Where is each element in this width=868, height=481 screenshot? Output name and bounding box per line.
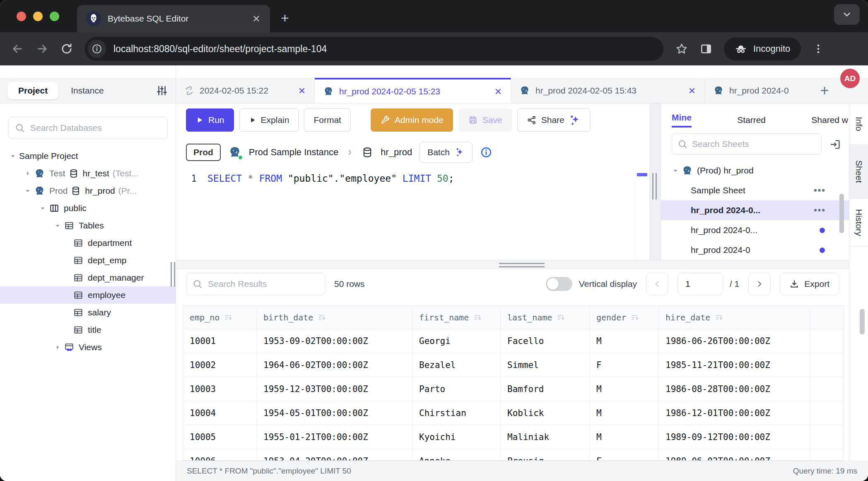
cell[interactable]: 10001: [183, 329, 257, 353]
cell[interactable]: 10004: [183, 401, 257, 425]
database-search[interactable]: [8, 117, 168, 139]
caret-down-icon[interactable]: [7, 152, 19, 160]
tree-item-project[interactable]: Sample Project: [0, 147, 176, 165]
caret-down-icon[interactable]: [669, 167, 682, 174]
editor-minimap[interactable]: [635, 169, 649, 260]
cell[interactable]: 1955-01-21T00:00:00Z: [257, 425, 412, 449]
sheet-tab-3[interactable]: hr_prod 2024-02-05 15:43: [511, 78, 705, 103]
sheet-group[interactable]: (Prod) hr_prod: [661, 161, 849, 180]
strip-tab-sheet[interactable]: Sheet: [849, 145, 868, 199]
cell[interactable]: Maliniak: [501, 425, 590, 449]
browser-new-tab-button[interactable]: +: [281, 11, 289, 25]
sheet-tab-1[interactable]: 2024-02-05 15:22: [176, 78, 315, 103]
tree-item-db-hr-test[interactable]: Test hr_test (Test...: [0, 165, 176, 182]
database-name[interactable]: hr_prod: [381, 147, 412, 158]
prev-page-button[interactable]: [646, 273, 668, 295]
tab-project[interactable]: Project: [7, 82, 58, 99]
sort-icon[interactable]: [630, 313, 639, 322]
user-avatar[interactable]: AD: [840, 69, 860, 88]
cell[interactable]: Chirstian: [412, 401, 501, 425]
column-header[interactable]: hire_date: [659, 306, 810, 329]
cell[interactable]: Preusig: [501, 449, 590, 461]
sheet-tab-4[interactable]: hr_prod 2024-0: [705, 78, 813, 103]
sort-icon[interactable]: [714, 313, 723, 322]
caret-down-icon[interactable]: [51, 222, 64, 229]
cell[interactable]: F: [590, 449, 659, 461]
strip-tab-info[interactable]: Info: [849, 103, 868, 145]
cell[interactable]: Simmel: [501, 353, 590, 377]
column-header[interactable]: emp_no: [183, 306, 257, 329]
table-row[interactable]: 10001 1953-09-02T00:00:00Z Georgi Facell…: [183, 329, 844, 353]
site-info-icon[interactable]: [88, 40, 106, 58]
sheet-item-menu-icon[interactable]: •••: [814, 185, 826, 196]
browser-menu-kebab-icon[interactable]: [813, 43, 824, 55]
search-results-input[interactable]: [208, 279, 319, 289]
tree-item-views-group[interactable]: Views: [0, 339, 176, 356]
export-button[interactable]: Export: [780, 273, 839, 295]
cell[interactable]: Anneke: [412, 449, 501, 461]
explain-button[interactable]: Explain: [239, 108, 299, 132]
table-scrollbar[interactable]: [860, 309, 865, 334]
column-header[interactable]: birth_date: [257, 306, 412, 329]
sheet-item-menu-icon[interactable]: •••: [814, 205, 826, 216]
sidebar-filter-sliders-icon[interactable]: [156, 84, 168, 97]
sheet-panel-scrollbar[interactable]: [839, 194, 844, 233]
cell[interactable]: 1964-06-02T00:00:00Z: [257, 353, 412, 377]
caret-right-icon[interactable]: [22, 170, 34, 177]
cell[interactable]: 10006: [183, 449, 257, 461]
cell[interactable]: 1986-12-01T00:00:00Z: [659, 401, 810, 425]
sheet-item[interactable]: hr_prod 2024-0...: [661, 220, 849, 240]
reload-icon[interactable]: [60, 43, 73, 55]
vertical-resize-handle[interactable]: [652, 173, 657, 200]
sheet-item[interactable]: Sample Sheet •••: [661, 180, 849, 200]
cell[interactable]: M: [590, 329, 659, 353]
address-bar[interactable]: localhost:8080/sql-editor/sheet/project-…: [84, 37, 663, 61]
tree-item-table-dept-emp[interactable]: dept_emp: [0, 252, 176, 269]
cell[interactable]: F: [590, 353, 659, 377]
sort-icon[interactable]: [224, 313, 233, 322]
next-page-button[interactable]: [748, 273, 771, 295]
tree-item-db-hr-prod[interactable]: Prod hr_prod (Pr...: [0, 182, 176, 200]
cell[interactable]: 1954-05-01T00:00:00Z: [257, 401, 412, 425]
sort-icon[interactable]: [556, 313, 565, 322]
tab-shared[interactable]: Shared w: [811, 115, 848, 125]
results-divider[interactable]: [176, 260, 849, 269]
window-controls[interactable]: [17, 12, 59, 21]
close-window-button[interactable]: [17, 12, 26, 21]
tree-item-table-title[interactable]: title: [0, 321, 176, 339]
horizontal-resize-handle[interactable]: [499, 263, 545, 269]
cell[interactable]: Georgi: [412, 329, 501, 353]
sidebar-resize-handle[interactable]: [171, 262, 175, 287]
cell[interactable]: Bamford: [501, 377, 590, 401]
tab-instance[interactable]: Instance: [60, 82, 114, 99]
sort-icon[interactable]: [473, 313, 482, 322]
cell[interactable]: Koblick: [501, 401, 590, 425]
sheet-search[interactable]: [672, 133, 822, 155]
column-header[interactable]: gender: [590, 306, 659, 329]
search-databases-input[interactable]: [30, 123, 162, 133]
sort-icon[interactable]: [317, 313, 326, 322]
page-number-input[interactable]: [678, 273, 723, 295]
tree-item-table-salary[interactable]: salary: [0, 304, 176, 321]
browser-tab[interactable]: Bytebase SQL Editor: [77, 5, 270, 32]
cell[interactable]: M: [590, 401, 659, 425]
cell[interactable]: 10002: [183, 353, 257, 377]
cell[interactable]: Facello: [501, 329, 590, 353]
tab-starred[interactable]: Starred: [737, 115, 766, 125]
run-button[interactable]: Run: [186, 108, 234, 132]
cell[interactable]: 1986-08-28T00:00:00Z: [659, 377, 810, 401]
cell[interactable]: Parto: [412, 377, 501, 401]
cell[interactable]: 1989-06-02T00:00:00Z: [659, 449, 810, 461]
cell[interactable]: 10003: [183, 377, 257, 401]
close-sheet-icon[interactable]: [298, 87, 306, 95]
search-sheets-input[interactable]: [692, 139, 816, 149]
cell[interactable]: M: [590, 425, 659, 449]
cell[interactable]: Bezalel: [412, 353, 501, 377]
sheet-item[interactable]: hr_prod 2024-0: [661, 240, 849, 260]
import-sheet-icon[interactable]: [829, 138, 841, 151]
close-sheet-icon[interactable]: [494, 87, 502, 96]
cell[interactable]: 1953-04-20T00:00:00Z: [257, 449, 412, 461]
close-sheet-icon[interactable]: [688, 87, 696, 95]
maximize-window-button[interactable]: [50, 12, 59, 21]
bookmark-star-icon[interactable]: [675, 42, 688, 55]
